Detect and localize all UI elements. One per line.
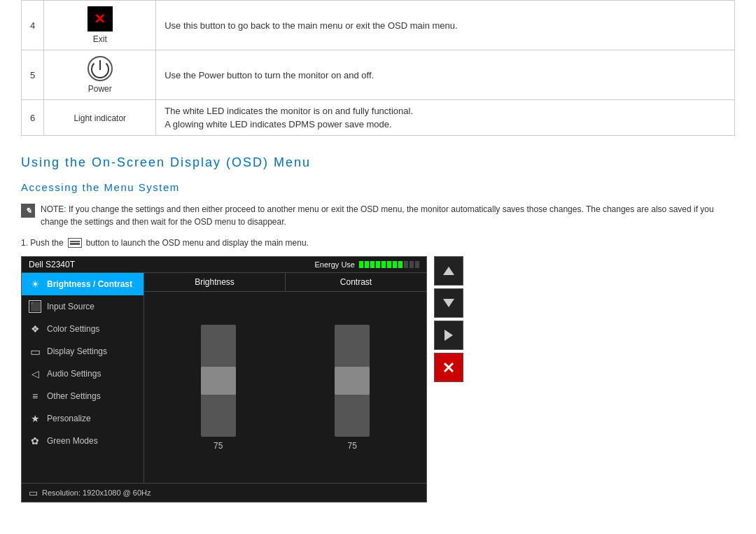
light-description: The white LED indicates the monitor is o… [156,100,735,136]
light-label: Light indicator [74,113,126,123]
exit-button[interactable] [434,353,463,382]
contrast-value: 75 [348,441,357,451]
light-desc2: A glowing white LED indicates DPMS power… [164,119,726,129]
menu-item-display-settings[interactable]: ▭ Display Settings [22,340,144,363]
power-icon [88,56,113,81]
energy-bar-container: Energy Use [315,260,419,269]
note-box: ✎ NOTE: If you change the settings and t… [21,203,735,228]
power-description: Use the Power button to turn the monitor… [156,50,735,100]
svg-marker-0 [443,267,454,275]
brightness-slider-track[interactable] [201,325,236,437]
exit-label: Exit [93,34,107,44]
light-cell: Light indicator [44,100,156,136]
energy-bar [359,261,419,268]
monitor-small-icon: ▭ [29,487,38,498]
exit-icon: ✕ [88,6,113,31]
monitor-title: Dell S2340T [29,260,75,269]
osd-content-header: Brightness Contrast [144,273,426,292]
color-settings-icon: ❖ [29,323,41,335]
note-text: NOTE: If you change the settings and the… [41,203,735,228]
display-settings-icon: ▭ [29,345,41,358]
right-button[interactable] [434,321,463,350]
input-source-icon: ⬛ [29,300,41,313]
contrast-slider-track[interactable] [335,325,370,437]
brightness-slider-wrapper: 75 [201,325,236,451]
push-text: 1. Push the [21,238,64,248]
light-desc1: The white LED indicates the monitor is o… [164,106,726,116]
contrast-slider-thumb[interactable] [335,367,370,395]
menu-item-label: Audio Settings [47,369,101,379]
osd-content: Brightness Contrast 75 [144,273,426,483]
menu-item-other-settings[interactable]: ≡ Other Settings [22,385,144,407]
table-row: 5 Power Use the Power button to turn the… [22,50,735,100]
osd-sliders: 75 75 [144,292,426,483]
brightness-slider-thumb[interactable] [201,367,236,395]
contrast-header: Contrast [286,273,426,291]
menu-item-label: Other Settings [47,391,101,401]
table-row: 6 Light indicator The white LED indicate… [22,100,735,136]
brightness-value: 75 [214,441,223,451]
personalize-icon: ★ [29,412,41,425]
menu-item-label: Input Source [47,302,94,311]
svg-marker-2 [444,330,453,341]
note-icon: ✎ [21,204,35,218]
table-row: 4 ✕ Exit Use this button to go back to t… [22,1,735,50]
menu-item-label: Green Modes [47,436,98,446]
row-num: 5 [22,50,44,100]
row-num: 4 [22,1,44,50]
monitor-bottombar: ▭ Resolution: 1920x1080 @ 60Hz [22,483,426,502]
exit-cell: ✕ Exit [44,1,156,50]
push-text2: button to launch the OSD menu and displa… [86,238,309,248]
energy-label: Energy Use [315,260,355,269]
menu-item-personalize[interactable]: ★ Personalize [22,407,144,430]
down-button[interactable] [434,288,463,318]
menu-item-color-settings[interactable]: ❖ Color Settings [22,318,144,340]
feature-table: 4 ✕ Exit Use this button to go back to t… [21,0,735,136]
brightness-header: Brightness [144,273,286,291]
menu-item-label: Brightness / Contrast [47,279,132,289]
side-buttons [434,256,463,382]
row-num: 6 [22,100,44,136]
brightness-contrast-icon: ☀ [29,278,41,290]
menu-item-audio-settings[interactable]: ◁ Audio Settings [22,363,144,385]
push-instruction: 1. Push the button to launch the OSD men… [21,238,735,248]
svg-marker-1 [443,299,454,307]
exit-description: Use this button to go back to the main m… [156,1,735,50]
menu-item-brightness-contrast[interactable]: ☀ Brightness / Contrast [22,273,144,295]
contrast-slider-wrapper: 75 [335,325,370,451]
monitor-frame: Dell S2340T Energy Use [21,256,427,503]
menu-button-icon [68,238,82,248]
up-button[interactable] [434,256,463,286]
power-cell: Power [44,50,156,100]
osd-container: Dell S2340T Energy Use [21,256,735,503]
power-label: Power [88,84,112,94]
osd-sidebar: ☀ Brightness / Contrast ⬛ Input Source ❖… [22,273,144,483]
osd-section-heading: Using the On-Screen Display (OSD) Menu [21,155,735,170]
menu-item-label: Display Settings [47,346,107,356]
monitor-body: ☀ Brightness / Contrast ⬛ Input Source ❖… [22,273,426,483]
audio-settings-icon: ◁ [29,367,41,380]
osd-sub-heading: Accessing the Menu System [21,181,735,193]
menu-item-label: Color Settings [47,324,99,334]
menu-item-input-source[interactable]: ⬛ Input Source [22,295,144,318]
green-modes-icon: ✿ [29,435,41,447]
resolution-text: Resolution: 1920x1080 @ 60Hz [42,489,151,497]
menu-item-green-modes[interactable]: ✿ Green Modes [22,430,144,452]
other-settings-icon: ≡ [29,390,41,402]
monitor-titlebar: Dell S2340T Energy Use [22,257,426,273]
menu-item-label: Personalize [47,414,91,423]
